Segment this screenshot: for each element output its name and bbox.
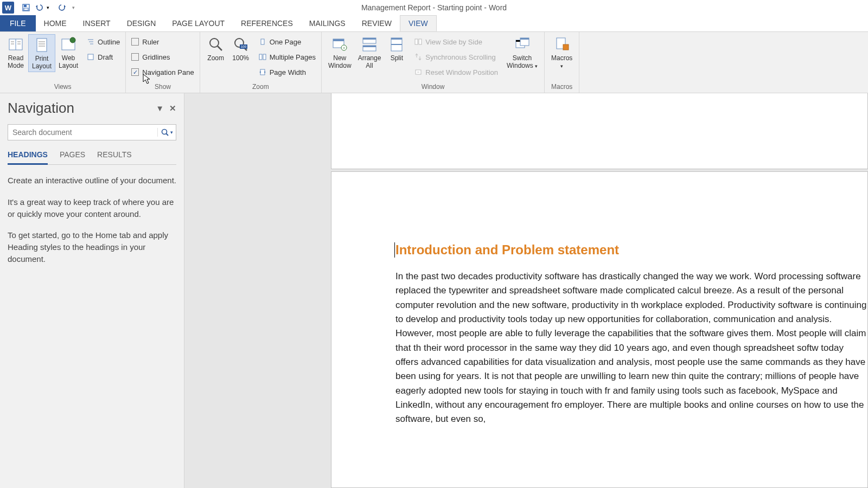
tab-insert[interactable]: INSERT (75, 15, 119, 31)
read-mode-button[interactable]: ReadMode (3, 34, 28, 71)
svg-rect-18 (88, 54, 93, 60)
qat-customize-icon[interactable]: ▾ (72, 5, 75, 10)
spell-error-2[interactable]: MySpace (781, 386, 820, 396)
gridlines-checkbox[interactable]: Gridlines (129, 49, 196, 65)
print-layout-button[interactable]: PrintLayout (28, 34, 55, 72)
arrange-all-icon (360, 35, 379, 54)
svg-rect-28 (260, 69, 265, 75)
tab-file[interactable]: FILE (0, 15, 36, 31)
ruler-label: Ruler (142, 38, 159, 46)
tab-page-layout[interactable]: PAGE LAYOUT (164, 15, 233, 31)
tab-home[interactable]: HOME (36, 15, 75, 31)
side-by-side-label: View Side by Side (425, 38, 482, 46)
views-group-label: Views (3, 82, 122, 92)
switch-windows-label: SwitchWindows ▾ (507, 55, 538, 70)
zoom-100-button[interactable]: 100 100% (228, 34, 253, 63)
new-window-icon: + (330, 35, 349, 54)
page-width-icon (258, 67, 267, 77)
document-heading[interactable]: Introduction and Problem statement (395, 242, 867, 258)
draft-icon (86, 52, 95, 62)
sync-scroll-icon (413, 52, 423, 62)
save-button[interactable] (20, 2, 33, 14)
group-window: + NewWindow ArrangeAll Split View Side b… (322, 32, 545, 93)
macros-icon (553, 35, 571, 54)
undo-dropdown-icon[interactable]: ▾ (47, 5, 49, 10)
show-group-label: Show (129, 82, 196, 92)
navpane-help3: To get started, go to the Home tab and a… (8, 229, 176, 265)
group-zoom: Zoom 100 100% One Page Multiple Pages Pa… (200, 32, 322, 93)
redo-button[interactable] (56, 2, 69, 14)
page-width-button[interactable]: Page Width (256, 65, 318, 80)
draft-button[interactable]: Draft (84, 49, 122, 65)
search-button[interactable]: ▾ (157, 128, 176, 137)
one-page-button[interactable]: One Page (256, 34, 318, 49)
multiple-pages-button[interactable]: Multiple Pages (256, 49, 318, 65)
ribbon: ReadMode PrintLayout WebLayout Outline D… (0, 31, 868, 93)
svg-rect-40 (415, 39, 418, 44)
zoom-100-icon: 100 (232, 35, 250, 54)
svg-point-19 (210, 38, 219, 47)
document-body[interactable]: In the past two decades productivity sof… (395, 269, 867, 427)
synchronous-scrolling-button[interactable]: Synchronous Scrolling (411, 49, 500, 65)
one-page-label: One Page (270, 38, 302, 46)
group-views: ReadMode PrintLayout WebLayout Outline D… (0, 32, 126, 93)
view-side-by-side-button[interactable]: View Side by Side (411, 34, 500, 49)
reset-window-position-button[interactable]: Reset Window Position (411, 65, 500, 80)
outline-label: Outline (98, 38, 120, 46)
navpane-tabs: HEADINGS PAGES RESULTS (8, 148, 176, 165)
gridlines-label: Gridlines (142, 53, 170, 61)
read-mode-icon (7, 35, 25, 54)
new-window-button[interactable]: + NewWindow (325, 34, 355, 71)
zoom-group-label: Zoom (203, 82, 318, 92)
navpane-help2: It's a great way to keep track of where … (8, 196, 176, 220)
spell-error-1[interactable]: facebook (738, 386, 776, 396)
svg-rect-36 (363, 46, 376, 47)
navtab-headings[interactable]: HEADINGS (8, 148, 48, 165)
navigation-pane: Navigation ▼ ✕ ▾ HEADINGS PAGES RESULTS … (0, 93, 184, 488)
document-area[interactable]: Introduction and Problem statement In th… (184, 93, 868, 488)
arrange-all-button[interactable]: ArrangeAll (355, 34, 385, 71)
tab-review[interactable]: REVIEW (354, 15, 400, 31)
switch-windows-button[interactable]: SwitchWindows ▾ (503, 34, 541, 71)
heading-text: Introduction and Problem statement (395, 242, 619, 257)
navigation-pane-label: Navigation Pane (142, 68, 194, 76)
draft-label: Draft (98, 53, 113, 61)
svg-rect-46 (520, 38, 529, 40)
split-button[interactable]: Split (384, 34, 409, 63)
svg-rect-26 (259, 54, 262, 60)
undo-button[interactable] (33, 2, 46, 14)
tab-view[interactable]: VIEW (400, 15, 437, 31)
svg-rect-27 (263, 54, 266, 60)
navtab-pages[interactable]: PAGES (60, 148, 85, 164)
window-group-label: Window (325, 82, 541, 92)
navtab-results[interactable]: RESULTS (97, 148, 132, 164)
print-layout-label: PrintLayout (32, 55, 52, 70)
tab-mailings[interactable]: MAILINGS (301, 15, 354, 31)
svg-rect-38 (391, 38, 402, 40)
navpane-help1: Create an interactive outline of your do… (8, 175, 176, 187)
tab-design[interactable]: DESIGN (119, 15, 164, 31)
ruler-checkbox[interactable]: Ruler (129, 34, 196, 49)
svg-rect-41 (419, 39, 422, 44)
svg-rect-34 (363, 38, 376, 40)
document-page[interactable]: Introduction and Problem statement In th… (331, 171, 868, 488)
svg-rect-25 (261, 39, 264, 44)
web-layout-button[interactable]: WebLayout (55, 34, 81, 71)
search-input[interactable] (8, 128, 157, 137)
macros-button[interactable]: Macros▾ (548, 34, 576, 71)
group-show: Ruler Gridlines ✓ Navigation Pane Show (126, 32, 200, 93)
svg-rect-1 (24, 5, 27, 7)
text-cursor-icon (394, 242, 395, 258)
search-document-box[interactable]: ▾ (8, 124, 176, 140)
body-text-1: In the past two decades productivity sof… (395, 271, 866, 396)
outline-button[interactable]: Outline (84, 34, 122, 49)
tab-references[interactable]: REFERENCES (233, 15, 301, 31)
word-app-icon: W (2, 2, 14, 14)
svg-rect-9 (37, 38, 47, 52)
navpane-close-icon[interactable]: ✕ (169, 104, 176, 113)
multiple-pages-label: Multiple Pages (270, 53, 316, 61)
navpane-dropdown-icon[interactable]: ▼ (156, 104, 164, 113)
title-bar: W ▾ ▾ Management Report - Starting point… (0, 0, 868, 15)
navigation-pane-checkbox[interactable]: ✓ Navigation Pane (129, 65, 196, 80)
zoom-button[interactable]: Zoom (203, 34, 228, 63)
